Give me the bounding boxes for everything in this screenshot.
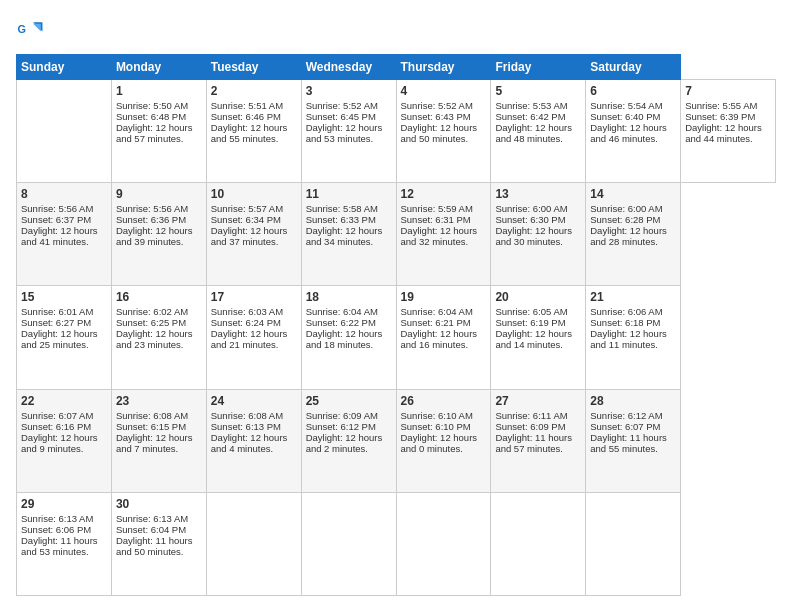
day-info-line: Daylight: 12 hours	[401, 225, 487, 236]
day-info-line: Sunset: 6:18 PM	[590, 317, 676, 328]
day-number: 2	[211, 84, 297, 98]
day-info-line: and 53 minutes.	[21, 546, 107, 557]
day-info-line: Sunset: 6:46 PM	[211, 111, 297, 122]
day-number: 26	[401, 394, 487, 408]
day-number: 27	[495, 394, 581, 408]
day-info-line: Daylight: 11 hours	[590, 432, 676, 443]
day-info-line: and 25 minutes.	[21, 339, 107, 350]
day-info-line: Sunrise: 6:00 AM	[590, 203, 676, 214]
day-info-line: and 53 minutes.	[306, 133, 392, 144]
week-row-4: 22Sunrise: 6:07 AMSunset: 6:16 PMDayligh…	[17, 389, 776, 492]
day-info-line: Sunrise: 6:00 AM	[495, 203, 581, 214]
week-row-2: 8Sunrise: 5:56 AMSunset: 6:37 PMDaylight…	[17, 183, 776, 286]
page: G SundayMondayTuesdayWednesdayThursdayFr…	[0, 0, 792, 612]
day-info-line: Sunset: 6:30 PM	[495, 214, 581, 225]
day-info-line: Sunrise: 6:04 AM	[401, 306, 487, 317]
day-info-line: Sunset: 6:34 PM	[211, 214, 297, 225]
day-info-line: Sunrise: 5:53 AM	[495, 100, 581, 111]
day-number: 25	[306, 394, 392, 408]
day-info-line: Sunrise: 6:07 AM	[21, 410, 107, 421]
day-info-line: Sunset: 6:25 PM	[116, 317, 202, 328]
day-cell-14: 14Sunrise: 6:00 AMSunset: 6:28 PMDayligh…	[586, 183, 681, 286]
day-info-line: Sunset: 6:10 PM	[401, 421, 487, 432]
col-header-monday: Monday	[111, 55, 206, 80]
day-info-line: Sunrise: 5:52 AM	[306, 100, 392, 111]
day-info-line: Daylight: 12 hours	[495, 122, 581, 133]
day-info-line: and 37 minutes.	[211, 236, 297, 247]
day-info-line: Daylight: 12 hours	[116, 432, 202, 443]
logo-icon: G	[16, 16, 44, 44]
day-number: 17	[211, 290, 297, 304]
day-info-line: Sunrise: 6:01 AM	[21, 306, 107, 317]
day-info-line: Daylight: 12 hours	[495, 328, 581, 339]
day-info-line: and 57 minutes.	[116, 133, 202, 144]
day-info-line: Sunrise: 5:52 AM	[401, 100, 487, 111]
day-info-line: Daylight: 12 hours	[401, 328, 487, 339]
day-info-line: Daylight: 11 hours	[495, 432, 581, 443]
day-number: 20	[495, 290, 581, 304]
day-cell-25: 25Sunrise: 6:09 AMSunset: 6:12 PMDayligh…	[301, 389, 396, 492]
day-info-line: Daylight: 12 hours	[401, 432, 487, 443]
day-info-line: and 55 minutes.	[211, 133, 297, 144]
calendar-table: SundayMondayTuesdayWednesdayThursdayFrid…	[16, 54, 776, 596]
day-info-line: Daylight: 12 hours	[116, 225, 202, 236]
day-number: 13	[495, 187, 581, 201]
day-info-line: Sunrise: 5:59 AM	[401, 203, 487, 214]
day-number: 30	[116, 497, 202, 511]
day-cell-3: 3Sunrise: 5:52 AMSunset: 6:45 PMDaylight…	[301, 80, 396, 183]
day-cell-18: 18Sunrise: 6:04 AMSunset: 6:22 PMDayligh…	[301, 286, 396, 389]
day-cell-23: 23Sunrise: 6:08 AMSunset: 6:15 PMDayligh…	[111, 389, 206, 492]
day-info-line: and 7 minutes.	[116, 443, 202, 454]
day-info-line: and 57 minutes.	[495, 443, 581, 454]
week-row-3: 15Sunrise: 6:01 AMSunset: 6:27 PMDayligh…	[17, 286, 776, 389]
day-number: 7	[685, 84, 771, 98]
week-row-1: 1Sunrise: 5:50 AMSunset: 6:48 PMDaylight…	[17, 80, 776, 183]
day-info-line: and 9 minutes.	[21, 443, 107, 454]
day-info-line: and 50 minutes.	[401, 133, 487, 144]
col-header-wednesday: Wednesday	[301, 55, 396, 80]
day-cell-13: 13Sunrise: 6:00 AMSunset: 6:30 PMDayligh…	[491, 183, 586, 286]
day-info-line: Daylight: 12 hours	[495, 225, 581, 236]
day-info-line: Sunrise: 5:50 AM	[116, 100, 202, 111]
day-number: 11	[306, 187, 392, 201]
day-info-line: Daylight: 12 hours	[116, 328, 202, 339]
day-cell-12: 12Sunrise: 5:59 AMSunset: 6:31 PMDayligh…	[396, 183, 491, 286]
day-number: 21	[590, 290, 676, 304]
day-cell-15: 15Sunrise: 6:01 AMSunset: 6:27 PMDayligh…	[17, 286, 112, 389]
day-info-line: Daylight: 12 hours	[116, 122, 202, 133]
day-number: 23	[116, 394, 202, 408]
day-info-line: Sunset: 6:48 PM	[116, 111, 202, 122]
day-info-line: and 50 minutes.	[116, 546, 202, 557]
empty-cell	[586, 492, 681, 595]
empty-cell	[301, 492, 396, 595]
day-cell-7: 7Sunrise: 5:55 AMSunset: 6:39 PMDaylight…	[681, 80, 776, 183]
day-info-line: Sunset: 6:04 PM	[116, 524, 202, 535]
day-info-line: Sunset: 6:36 PM	[116, 214, 202, 225]
day-number: 4	[401, 84, 487, 98]
day-info-line: Sunrise: 5:54 AM	[590, 100, 676, 111]
day-info-line: Daylight: 12 hours	[21, 328, 107, 339]
day-info-line: Sunrise: 6:04 AM	[306, 306, 392, 317]
day-info-line: Sunset: 6:21 PM	[401, 317, 487, 328]
day-cell-17: 17Sunrise: 6:03 AMSunset: 6:24 PMDayligh…	[206, 286, 301, 389]
day-info-line: Sunset: 6:31 PM	[401, 214, 487, 225]
day-info-line: Sunrise: 6:13 AM	[116, 513, 202, 524]
day-number: 15	[21, 290, 107, 304]
day-info-line: and 55 minutes.	[590, 443, 676, 454]
day-info-line: Daylight: 12 hours	[590, 225, 676, 236]
day-info-line: and 2 minutes.	[306, 443, 392, 454]
day-info-line: Sunset: 6:28 PM	[590, 214, 676, 225]
day-info-line: Daylight: 12 hours	[21, 432, 107, 443]
empty-cell	[17, 80, 112, 183]
day-info-line: Daylight: 12 hours	[211, 328, 297, 339]
day-number: 14	[590, 187, 676, 201]
day-info-line: Sunrise: 5:56 AM	[21, 203, 107, 214]
day-cell-24: 24Sunrise: 6:08 AMSunset: 6:13 PMDayligh…	[206, 389, 301, 492]
day-info-line: Sunset: 6:39 PM	[685, 111, 771, 122]
day-info-line: Sunset: 6:33 PM	[306, 214, 392, 225]
day-info-line: Daylight: 12 hours	[21, 225, 107, 236]
day-info-line: Daylight: 12 hours	[306, 328, 392, 339]
day-number: 22	[21, 394, 107, 408]
header-row: SundayMondayTuesdayWednesdayThursdayFrid…	[17, 55, 776, 80]
day-info-line: and 28 minutes.	[590, 236, 676, 247]
